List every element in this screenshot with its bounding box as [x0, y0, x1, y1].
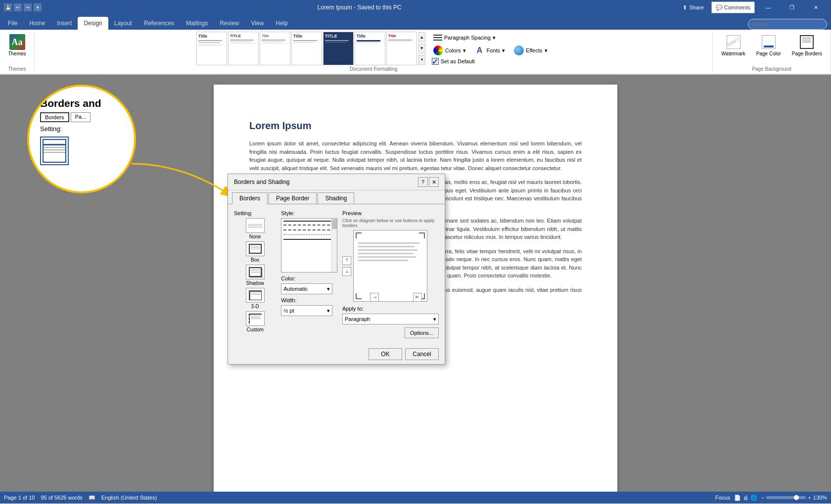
- zoom-slider[interactable]: [766, 496, 806, 499]
- style-item-7[interactable]: Title: [386, 32, 417, 65]
- borders-shading-dialog[interactable]: Borders and Shading ? ✕ Borders Page Bor…: [228, 174, 445, 365]
- dialog-tab-shading[interactable]: Shading: [318, 192, 354, 204]
- callout-tab-borders[interactable]: Borders: [40, 112, 69, 122]
- callout-tab-page[interactable]: Pa...: [71, 112, 91, 122]
- style-item-6[interactable]: Title: [355, 32, 385, 65]
- dialog-controls: ? ✕: [418, 177, 439, 187]
- color-select[interactable]: Automatic ▾: [281, 283, 332, 294]
- setting-3d[interactable]: 3-D: [234, 288, 276, 309]
- colors-button[interactable]: Colors ▾: [430, 44, 469, 57]
- tab-insert[interactable]: Insert: [51, 17, 78, 30]
- cancel-button[interactable]: Cancel: [405, 348, 439, 360]
- style-scroll-area[interactable]: [281, 218, 337, 273]
- color-section: Color: Automatic ▾: [281, 275, 337, 294]
- restore-button[interactable]: ❐: [781, 0, 803, 15]
- fonts-button[interactable]: A Fonts ▾: [471, 44, 509, 57]
- style-item-3[interactable]: Title: [260, 32, 290, 65]
- width-select[interactable]: ½ pt ▾: [281, 305, 332, 316]
- options-button[interactable]: Options...: [405, 327, 439, 338]
- setting-custom[interactable]: Custom: [234, 311, 276, 332]
- set-as-default-label[interactable]: Set as Default: [441, 58, 475, 64]
- zoom-out-icon[interactable]: −: [761, 495, 764, 501]
- read-mode-icon[interactable]: 📄: [734, 495, 741, 501]
- page-color-button[interactable]: Page Color: [752, 32, 785, 59]
- dialog-tab-page-border[interactable]: Page Border: [269, 192, 317, 204]
- customize-icon[interactable]: ▾: [34, 3, 42, 11]
- tab-file[interactable]: File: [2, 17, 23, 30]
- style-scrollbar-thumb[interactable]: [332, 219, 337, 229]
- setting-box[interactable]: Box: [234, 241, 276, 263]
- preview-top-border-btn[interactable]: ⊤: [342, 256, 351, 265]
- width-dropdown-icon: ▾: [327, 308, 330, 314]
- style-item-5[interactable]: TITLE: [323, 32, 354, 65]
- print-layout-icon[interactable]: 🖨: [743, 495, 748, 501]
- apply-to-row: Paragraph ▾: [342, 314, 439, 324]
- style-item-4[interactable]: Title: [291, 32, 322, 65]
- setting-3d-label: 3-D: [251, 304, 259, 309]
- setting-shadow[interactable]: Shadow: [234, 265, 276, 286]
- share-button[interactable]: ⬆ Share: [677, 1, 709, 13]
- colors-chevron: ▾: [463, 47, 466, 54]
- tab-layout[interactable]: Layout: [108, 17, 138, 30]
- undo-icon[interactable]: ↩: [14, 3, 22, 11]
- dialog-close-button[interactable]: ✕: [429, 177, 439, 187]
- style-dashed-1[interactable]: [283, 225, 335, 226]
- themes-button[interactable]: Aa Themes: [4, 32, 29, 59]
- document-title: Lorem Ipsum: [249, 120, 582, 132]
- save-icon[interactable]: 💾: [4, 3, 12, 11]
- apply-to-select[interactable]: Paragraph ▾: [342, 314, 439, 324]
- page-borders-button[interactable]: Page Borders: [787, 32, 827, 59]
- dialog-help-button[interactable]: ?: [418, 177, 428, 187]
- style-solid[interactable]: [283, 221, 335, 222]
- tab-view[interactable]: View: [245, 17, 270, 30]
- close-button[interactable]: ✕: [804, 0, 827, 15]
- preview-bottom-border-btn[interactable]: ⊥: [342, 267, 351, 276]
- dialog-tab-borders[interactable]: Borders: [232, 192, 268, 204]
- gallery-up-arrow[interactable]: ▲: [418, 32, 425, 42]
- status-bar: Page 1 of 10 95 of 5626 words 📖 English …: [0, 492, 831, 504]
- tab-references[interactable]: References: [138, 17, 180, 30]
- ribbon-content: Aa Themes Themes Title: [0, 30, 831, 74]
- style-dash-dot[interactable]: [283, 239, 335, 240]
- tab-design[interactable]: Design: [78, 17, 108, 30]
- zoom-level: 130%: [813, 495, 827, 501]
- web-view-icon[interactable]: 🌐: [750, 495, 757, 501]
- preview-left-border-btn[interactable]: ⊣: [370, 293, 379, 302]
- tab-mailings[interactable]: Mailings: [180, 17, 214, 30]
- style-thumbnails: Title TITLE Tit: [196, 32, 417, 65]
- watermark-button[interactable]: DRAFT Watermark: [717, 32, 750, 59]
- style-options: [281, 219, 337, 243]
- options-row: Options...: [342, 327, 439, 338]
- style-dotted[interactable]: [283, 234, 335, 235]
- themes-group-items: Aa Themes: [4, 32, 29, 65]
- minimize-button[interactable]: —: [757, 0, 780, 15]
- page-background-label: Page Background: [752, 66, 791, 72]
- search-area: [748, 19, 827, 30]
- ribbon: File Home Insert Design Layout Reference…: [0, 15, 831, 75]
- paragraph-spacing-label: Paragraph Spacing: [444, 35, 491, 41]
- comments-button[interactable]: 💬 Comments: [711, 1, 755, 13]
- search-input[interactable]: [748, 19, 827, 30]
- gallery-down-arrow[interactable]: ▼: [418, 44, 425, 53]
- paragraph-spacing-button[interactable]: Paragraph Spacing ▾: [430, 32, 499, 44]
- preview-box[interactable]: [353, 230, 427, 302]
- effects-button[interactable]: Effects ▾: [510, 44, 551, 57]
- tab-help[interactable]: Help: [270, 17, 294, 30]
- tab-home[interactable]: Home: [23, 17, 51, 30]
- page-borders-label: Page Borders: [792, 51, 822, 57]
- callout-tabs: Borders Pa...: [40, 112, 126, 122]
- style-item-1[interactable]: Title: [196, 32, 227, 65]
- focus-label[interactable]: Focus: [715, 495, 730, 501]
- gallery-more-arrow[interactable]: ▾: [418, 55, 425, 65]
- ok-button[interactable]: OK: [369, 348, 402, 360]
- style-scrollbar[interactable]: [331, 219, 337, 272]
- style-item-2[interactable]: TITLE: [228, 32, 259, 65]
- setting-none[interactable]: None: [234, 218, 276, 239]
- preview-right-border-btn[interactable]: ⊢: [413, 293, 422, 302]
- tab-review[interactable]: Review: [214, 17, 245, 30]
- style-dashed-2[interactable]: [283, 229, 335, 230]
- document-formatting-label: Document Formatting: [350, 66, 397, 72]
- redo-icon[interactable]: ↪: [24, 3, 32, 11]
- style-column: Style:: [281, 210, 337, 338]
- zoom-in-icon[interactable]: +: [808, 495, 811, 501]
